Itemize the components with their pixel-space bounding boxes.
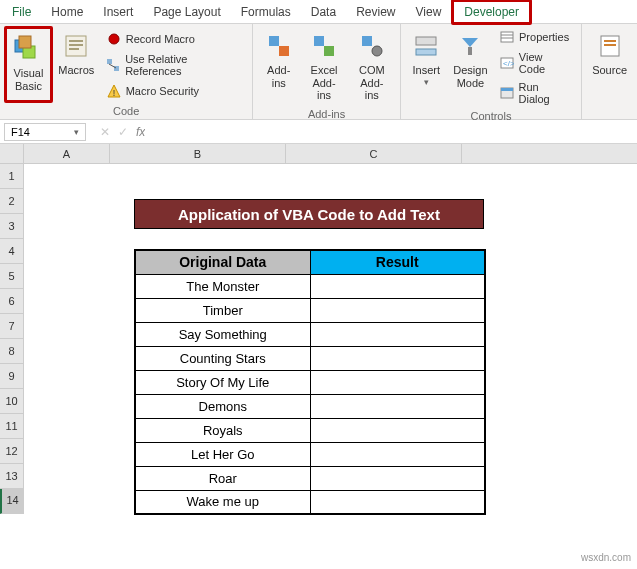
tab-view[interactable]: View: [406, 2, 452, 22]
source-button[interactable]: Source: [586, 26, 633, 115]
row-header[interactable]: 10: [0, 389, 24, 414]
svg-rect-6: [69, 48, 79, 50]
macros-button[interactable]: Macros: [53, 26, 100, 103]
table-cell[interactable]: [310, 346, 485, 370]
table-cell[interactable]: The Monster: [135, 274, 310, 298]
tab-home[interactable]: Home: [41, 2, 93, 22]
svg-text:!: !: [112, 88, 115, 98]
macros-icon: [60, 30, 92, 62]
chevron-down-icon: ▾: [424, 77, 429, 87]
table-cell[interactable]: [310, 322, 485, 346]
select-all-button[interactable]: [0, 144, 24, 164]
design-mode-label: Design Mode: [453, 64, 487, 89]
group-xml-label: [586, 115, 633, 119]
group-addins: Add- ins Excel Add-ins COM Add-ins Add-i…: [253, 24, 400, 119]
row-header[interactable]: 6: [0, 289, 24, 314]
group-addins-label: Add-ins: [257, 106, 395, 122]
svg-rect-13: [279, 46, 289, 56]
formula-bar-row: F14 ▾ ✕ ✓ fx: [0, 120, 637, 144]
properties-button[interactable]: Properties: [497, 28, 573, 46]
table-cell[interactable]: Say Something: [135, 322, 310, 346]
table-cell[interactable]: [310, 442, 485, 466]
table-cell[interactable]: Wake me up: [135, 490, 310, 514]
svg-rect-14: [314, 36, 324, 46]
warning-icon: !: [106, 83, 122, 99]
name-box[interactable]: F14 ▾: [4, 123, 86, 141]
formula-bar[interactable]: [145, 123, 637, 141]
svg-rect-28: [501, 88, 513, 91]
addins-button[interactable]: Add- ins: [257, 26, 300, 106]
svg-rect-22: [501, 32, 513, 42]
com-addins-label: COM Add-ins: [354, 64, 390, 102]
table-cell[interactable]: Let Her Go: [135, 442, 310, 466]
visual-basic-button[interactable]: Visual Basic: [4, 26, 53, 103]
table-cell[interactable]: Timber: [135, 298, 310, 322]
table-cell[interactable]: Roar: [135, 466, 310, 490]
tab-file[interactable]: File: [2, 2, 41, 22]
design-mode-icon: [454, 30, 486, 62]
source-icon: [594, 30, 626, 62]
excel-addins-button[interactable]: Excel Add-ins: [300, 26, 348, 106]
table-cell[interactable]: [310, 418, 485, 442]
table-cell[interactable]: [310, 394, 485, 418]
row-header[interactable]: 3: [0, 214, 24, 239]
cells-area[interactable]: Application of VBA Code to Add Text Orig…: [24, 164, 637, 524]
macro-security-label: Macro Security: [126, 85, 199, 97]
table-cell[interactable]: Royals: [135, 418, 310, 442]
run-dialog-button[interactable]: Run Dialog: [497, 80, 573, 106]
row-header[interactable]: 4: [0, 239, 24, 264]
table-cell[interactable]: [310, 490, 485, 514]
addins-label: Add- ins: [267, 64, 290, 89]
col-header-c[interactable]: C: [286, 144, 462, 163]
group-code-label: Code: [4, 103, 248, 119]
tab-developer[interactable]: Developer: [451, 0, 532, 25]
data-table: Original Data Result The Monster Timber …: [134, 249, 486, 515]
svg-rect-4: [69, 40, 83, 42]
row-header[interactable]: 2: [0, 189, 24, 214]
table-cell[interactable]: Counting Stars: [135, 346, 310, 370]
svg-rect-12: [269, 36, 279, 46]
view-code-button[interactable]: </> View Code: [497, 50, 573, 76]
col-header-a[interactable]: A: [24, 144, 110, 163]
row-header[interactable]: 12: [0, 439, 24, 464]
insert-control-button[interactable]: Insert ▾: [405, 26, 448, 108]
record-macro-label: Record Macro: [126, 33, 195, 45]
tab-data[interactable]: Data: [301, 2, 346, 22]
table-cell[interactable]: [310, 370, 485, 394]
table-cell[interactable]: [310, 466, 485, 490]
row-header[interactable]: 9: [0, 364, 24, 389]
name-box-value: F14: [11, 126, 30, 138]
macro-security-button[interactable]: ! Macro Security: [104, 82, 245, 100]
record-macro-button[interactable]: Record Macro: [104, 30, 245, 48]
enter-formula-icon[interactable]: ✓: [118, 125, 128, 139]
row-header[interactable]: 7: [0, 314, 24, 339]
row-header[interactable]: 5: [0, 264, 24, 289]
tab-review[interactable]: Review: [346, 2, 405, 22]
row-header[interactable]: 11: [0, 414, 24, 439]
svg-rect-31: [604, 44, 616, 46]
worksheet: A B C 1 2 3 4 5 6 7 8 9 10 11 12 13 14 A…: [0, 144, 637, 524]
table-cell[interactable]: [310, 274, 485, 298]
design-mode-button[interactable]: Design Mode: [448, 26, 493, 108]
cancel-formula-icon[interactable]: ✕: [100, 125, 110, 139]
tab-formulas[interactable]: Formulas: [231, 2, 301, 22]
row-header[interactable]: 13: [0, 464, 24, 489]
tab-page-layout[interactable]: Page Layout: [143, 2, 230, 22]
excel-addins-label: Excel Add-ins: [306, 64, 342, 102]
svg-point-17: [372, 46, 382, 56]
col-header-b[interactable]: B: [110, 144, 286, 163]
properties-icon: [499, 29, 515, 45]
view-code-label: View Code: [519, 51, 571, 75]
com-addins-button[interactable]: COM Add-ins: [348, 26, 396, 106]
table-cell[interactable]: Demons: [135, 394, 310, 418]
chevron-down-icon[interactable]: ▾: [74, 127, 79, 137]
row-header[interactable]: 8: [0, 339, 24, 364]
svg-text:</>: </>: [503, 59, 514, 68]
row-header[interactable]: 1: [0, 164, 24, 189]
row-header[interactable]: 14: [0, 489, 24, 514]
table-cell[interactable]: Story Of My Life: [135, 370, 310, 394]
use-relative-references-button[interactable]: Use Relative References: [104, 52, 245, 78]
table-cell[interactable]: [310, 298, 485, 322]
fx-button[interactable]: fx: [136, 125, 145, 139]
tab-insert[interactable]: Insert: [93, 2, 143, 22]
